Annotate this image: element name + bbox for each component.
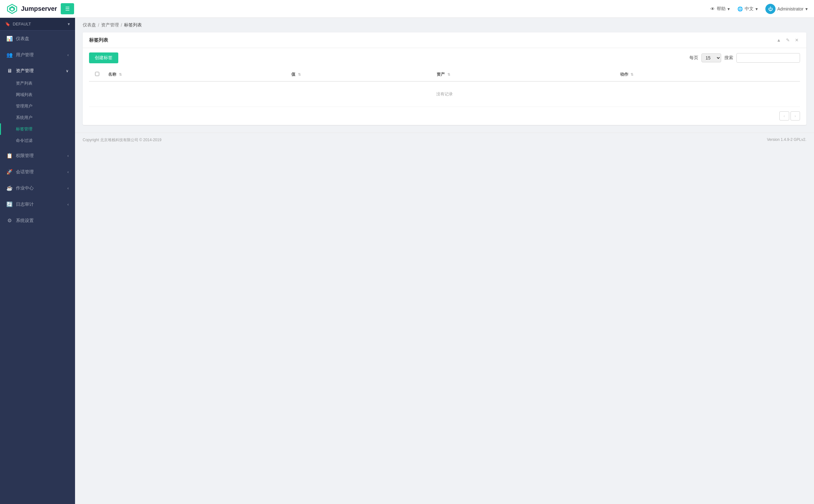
- pagination: ‹ ›: [83, 107, 806, 125]
- sidebar-item-session-mgmt[interactable]: 🚀 会话管理 ‹: [0, 165, 75, 179]
- footer-copyright: Copyright 北京堆栈科技有限公司 © 2014-2019: [83, 137, 162, 143]
- sidebar-item-audit-log[interactable]: 🔄 日志审计 ‹: [0, 197, 75, 211]
- navbar: Jumpserver ☰ 👁 帮助 ▾ 🌐 中文 ▾ ⏻ Administrat…: [0, 0, 814, 18]
- sidebar: 🔖 DEFAULT ▾ 📊 仪表盘 👥 用户管理 ‹ 🖥 资产管理: [0, 18, 75, 504]
- logo-area: Jumpserver: [6, 3, 57, 15]
- help-menu[interactable]: 👁 帮助 ▾: [710, 6, 730, 12]
- sidebar-item-cmd-filter[interactable]: 命令过滤: [0, 135, 75, 146]
- card-controls: ▲ ✎ ✕: [775, 37, 800, 43]
- sort-name-icon[interactable]: ⇅: [119, 72, 122, 76]
- sidebar-item-job-center[interactable]: ☕ 作业中心 ‹: [0, 181, 75, 195]
- pagination-prev-button[interactable]: ‹: [779, 111, 789, 121]
- globe-icon: 🌐: [737, 6, 743, 11]
- search-input[interactable]: [736, 53, 800, 63]
- user-arrow-icon: ▾: [805, 6, 808, 11]
- sort-value-icon[interactable]: ⇅: [298, 72, 301, 76]
- sidebar-item-system-user[interactable]: 系统用户: [0, 112, 75, 123]
- breadcrumb-sep-1: /: [98, 23, 99, 28]
- table-empty-row: 没有记录: [89, 81, 800, 107]
- sidebar-dashboard-label: 仪表盘: [16, 36, 29, 42]
- sort-action-icon[interactable]: ⇅: [631, 72, 633, 76]
- navbar-right: 👁 帮助 ▾ 🌐 中文 ▾ ⏻ Administrator ▾: [710, 4, 808, 14]
- domain-list-label: 网域列表: [16, 92, 32, 98]
- sidebar-perm-mgmt-label: 权限管理: [16, 153, 34, 159]
- footer: Copyright 北京堆栈科技有限公司 © 2014-2019 Version…: [75, 133, 814, 147]
- cmd-filter-label: 命令过滤: [16, 138, 32, 143]
- sidebar-section-sys-settings: ⚙ 系统设置: [0, 212, 75, 229]
- user-menu[interactable]: ⏻ Administrator ▾: [765, 4, 808, 14]
- sidebar-asset-mgmt-label: 资产管理: [16, 68, 34, 74]
- help-label: 帮助: [717, 6, 726, 12]
- org-name-label: DEFAULT: [13, 22, 31, 26]
- job-center-icon: ☕: [6, 185, 13, 191]
- th-asset: 资产 ⇅: [433, 68, 617, 81]
- menu-toggle-button[interactable]: ☰: [61, 3, 74, 14]
- label-list-card: 标签列表 ▲ ✎ ✕ 创建标签 每页 15 25 50 100: [83, 32, 806, 125]
- sidebar-item-user-mgmt[interactable]: 👥 用户管理 ‹: [0, 48, 75, 62]
- per-page-select[interactable]: 15 25 50 100: [701, 53, 721, 62]
- navbar-left: Jumpserver ☰: [6, 3, 74, 15]
- layout: 🔖 DEFAULT ▾ 📊 仪表盘 👥 用户管理 ‹ 🖥 资产管理: [0, 18, 814, 504]
- sidebar-item-dashboard[interactable]: 📊 仪表盘: [0, 32, 75, 45]
- org-name-area: 🔖 DEFAULT: [5, 22, 31, 26]
- search-label: 搜索: [724, 55, 733, 61]
- sidebar-item-label-mgmt[interactable]: 标签管理: [0, 123, 75, 135]
- sidebar-section-dashboard: 📊 仪表盘: [0, 31, 75, 47]
- label-table: 名称 ⇅ 值 ⇅ 资产 ⇅: [89, 68, 800, 107]
- sidebar-section-asset-mgmt: 🖥 资产管理 ∨ 资产列表 网域列表 管理用户 系统用户 标签管理 命令过滤: [0, 63, 75, 148]
- toolbar-right: 每页 15 25 50 100 搜索: [689, 53, 800, 63]
- breadcrumb-dashboard[interactable]: 仪表盘: [83, 22, 96, 28]
- lang-label: 中文: [745, 6, 754, 12]
- sort-asset-icon[interactable]: ⇅: [447, 72, 450, 76]
- perm-mgmt-icon: 📋: [6, 153, 13, 159]
- sidebar-item-asset-list[interactable]: 资产列表: [0, 78, 75, 89]
- breadcrumb: 仪表盘 / 资产管理 / 标签列表: [75, 18, 814, 32]
- perm-mgmt-arrow-icon: ‹: [67, 154, 69, 158]
- empty-message: 没有记录: [89, 81, 800, 107]
- card-title: 标签列表: [89, 37, 108, 43]
- breadcrumb-sep-2: /: [121, 23, 122, 28]
- user-mgmt-icon: 👥: [6, 52, 13, 58]
- pagination-next-button[interactable]: ›: [790, 111, 800, 121]
- sidebar-item-domain-list[interactable]: 网域列表: [0, 89, 75, 100]
- th-name-label: 名称: [108, 72, 116, 77]
- breadcrumb-current: 标签列表: [124, 22, 142, 28]
- eye-icon: 👁: [710, 6, 715, 11]
- admin-user-label: 管理用户: [16, 103, 32, 109]
- card-edit-button[interactable]: ✎: [785, 37, 791, 43]
- select-all-checkbox[interactable]: [95, 72, 99, 76]
- th-value-label: 值: [291, 72, 295, 77]
- sys-settings-icon: ⚙: [6, 217, 13, 224]
- power-icon: ⏻: [768, 6, 773, 11]
- job-center-arrow-icon: ‹: [67, 186, 69, 190]
- main-content: 仪表盘 / 资产管理 / 标签列表 标签列表 ▲ ✎ ✕ 创建标签 每页: [75, 18, 814, 504]
- sidebar-section-audit-log: 🔄 日志审计 ‹: [0, 196, 75, 212]
- label-mgmt-label: 标签管理: [16, 126, 32, 132]
- sidebar-org[interactable]: 🔖 DEFAULT ▾: [0, 18, 75, 31]
- sidebar-item-admin-user[interactable]: 管理用户: [0, 100, 75, 112]
- sidebar-item-sys-settings[interactable]: ⚙ 系统设置: [0, 214, 75, 227]
- footer-version: Version 1.4.9-2 GPLv2.: [767, 137, 806, 143]
- th-checkbox: [89, 68, 105, 81]
- audit-log-icon: 🔄: [6, 201, 13, 207]
- create-label-button[interactable]: 创建标签: [89, 52, 118, 63]
- lang-menu[interactable]: 🌐 中文 ▾: [737, 6, 758, 12]
- user-mgmt-arrow-icon: ‹: [67, 53, 69, 57]
- asset-mgmt-arrow-icon: ∨: [66, 69, 69, 73]
- card-close-button[interactable]: ✕: [794, 37, 800, 43]
- sidebar-item-asset-mgmt[interactable]: 🖥 资产管理 ∨: [0, 64, 75, 78]
- card-collapse-button[interactable]: ▲: [775, 37, 782, 43]
- th-name: 名称 ⇅: [105, 68, 288, 81]
- sidebar-job-center-label: 作业中心: [16, 185, 34, 191]
- sidebar-audit-log-label: 日志审计: [16, 202, 34, 207]
- bookmark-icon: 🔖: [5, 22, 10, 26]
- asset-mgmt-icon: 🖥: [6, 68, 13, 74]
- sidebar-section-job-center: ☕ 作业中心 ‹: [0, 180, 75, 196]
- breadcrumb-asset-mgmt[interactable]: 资产管理: [101, 22, 119, 28]
- sidebar-section-user-mgmt: 👥 用户管理 ‹: [0, 47, 75, 63]
- sidebar-item-perm-mgmt[interactable]: 📋 权限管理 ‹: [0, 149, 75, 162]
- dashboard-icon: 📊: [6, 36, 13, 42]
- session-mgmt-arrow-icon: ‹: [67, 170, 69, 174]
- sidebar-sys-settings-label: 系统设置: [16, 218, 34, 224]
- lang-arrow-icon: ▾: [755, 6, 758, 11]
